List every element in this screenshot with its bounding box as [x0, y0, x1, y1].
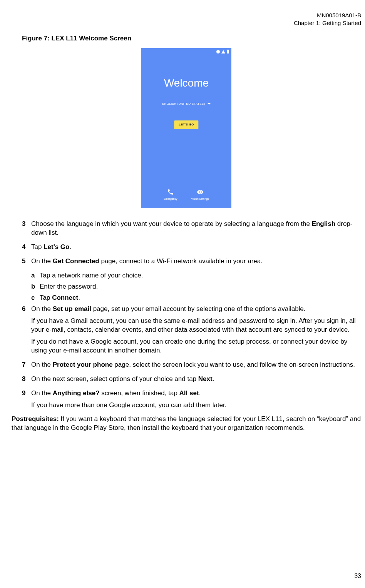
status-icon: [216, 50, 220, 53]
step-6: 6 On the Set up email page, set up your …: [22, 305, 361, 358]
step-5: 5 On the Get Connected page, connect to …: [22, 257, 361, 269]
step-body: Choose the language in which you want yo…: [31, 220, 361, 241]
step-body: On the Anything else? screen, when finis…: [31, 389, 361, 413]
step-6-para2: If you have a Gmail account, you can use…: [31, 317, 359, 334]
page-number: 33: [354, 572, 361, 580]
page-header: MN005019A01-B Chapter 1: Getting Started: [12, 12, 361, 27]
step-body: Tap Let's Go.: [31, 243, 361, 255]
language-label: ENGLISH (UNITED STATES): [162, 102, 205, 105]
figure-caption: Figure 7: LEX L11 Welcome Screen: [22, 34, 361, 43]
lets-go-button[interactable]: LET'S GO: [174, 120, 198, 129]
doc-id: MN005019A01-B: [12, 12, 361, 19]
substep-letter: a: [31, 271, 40, 280]
phone-icon: [167, 189, 174, 195]
emergency-button[interactable]: Emergency: [164, 189, 177, 200]
phone-screenshot: Welcome ENGLISH (UNITED STATES) LET'S GO…: [141, 48, 231, 208]
signal-icon: [221, 50, 225, 53]
status-bar: [216, 50, 229, 53]
postrequisites: Postrequisites: If you want a keyboard t…: [12, 415, 361, 433]
language-dropdown[interactable]: ENGLISH (UNITED STATES): [141, 102, 231, 106]
postreq-label: Postrequisites:: [12, 415, 59, 423]
welcome-title: Welcome: [141, 76, 231, 90]
step-number: 6: [22, 305, 31, 358]
step-7: 7 On the Protect your phone page, select…: [22, 361, 361, 373]
step-6-para3: If you do not have a Google account, you…: [31, 337, 359, 355]
step-body: On the Get Connected page, connect to a …: [31, 257, 361, 269]
substep-body: Tap Connect.: [40, 294, 361, 302]
vision-label: Vision Settings: [191, 197, 209, 200]
substep-letter: b: [31, 282, 40, 291]
step-number: 9: [22, 389, 31, 413]
step-number: 8: [22, 375, 31, 387]
step-body: On the Protect your phone page, select t…: [31, 361, 361, 373]
chevron-down-icon: [208, 103, 211, 105]
step-9-para2: If you have more than one Google account…: [31, 401, 359, 410]
eye-icon: [197, 189, 204, 195]
step-number: 5: [22, 257, 31, 269]
postreq-text: If you want a keyboard that matches the …: [12, 415, 361, 431]
step-number: 3: [22, 220, 31, 241]
substep-letter: c: [31, 294, 40, 302]
battery-icon: [227, 50, 229, 53]
step-8: 8 On the next screen, select options of …: [22, 375, 361, 387]
vision-settings-button[interactable]: Vision Settings: [191, 189, 209, 200]
step-body: On the next screen, select options of yo…: [31, 375, 361, 387]
step-3: 3 Choose the language in which you want …: [22, 220, 361, 241]
figure-container: Welcome ENGLISH (UNITED STATES) LET'S GO…: [12, 48, 361, 208]
substep-body: Tap a network name of your choice.: [40, 271, 361, 280]
substep-5a: a Tap a network name of your choice.: [31, 271, 361, 280]
step-body: On the Set up email page, set up your em…: [31, 305, 361, 358]
substep-5c: c Tap Connect.: [31, 294, 361, 302]
step-9: 9 On the Anything else? screen, when fin…: [22, 389, 361, 413]
bottom-actions: Emergency Vision Settings: [141, 189, 231, 200]
step-number: 4: [22, 243, 31, 255]
substep-body: Enter the password.: [40, 282, 361, 291]
substep-5b: b Enter the password.: [31, 282, 361, 291]
step-4: 4 Tap Let's Go.: [22, 243, 361, 255]
step-number: 7: [22, 361, 31, 373]
chapter-title: Chapter 1: Getting Started: [12, 19, 361, 27]
content: 3 Choose the language in which you want …: [12, 220, 361, 433]
emergency-label: Emergency: [164, 197, 177, 200]
